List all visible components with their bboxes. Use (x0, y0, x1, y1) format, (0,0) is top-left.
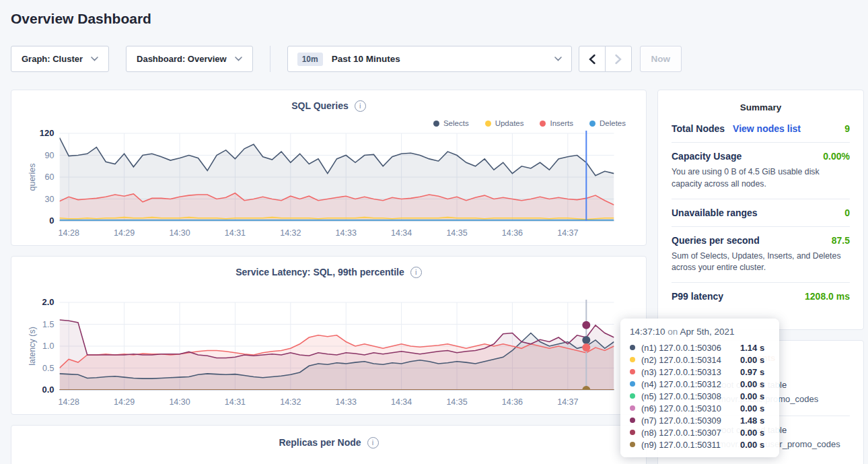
time-range-label: Past 10 Minutes (332, 54, 400, 64)
sql-chart-container: 14:2814:2914:3014:3114:3214:3314:3414:35… (22, 128, 635, 241)
tooltip-series-dot (630, 369, 635, 374)
tooltip-row: (n5) 127.0.0.1:503080.00 s (630, 390, 770, 402)
tooltip-node-label: (n2) 127.0.0.1:50314 (641, 355, 740, 365)
legend-label: Updates (495, 119, 524, 127)
svg-text:14:30: 14:30 (169, 228, 190, 238)
overview-dashboard-page: { "page": { "title": "Overview Dashboard… (0, 0, 868, 464)
svg-text:14:37: 14:37 (557, 228, 578, 238)
tooltip-connector: on (667, 327, 678, 337)
p99-latency-label: P99 latency (672, 291, 723, 302)
summary-title: Summary (672, 102, 850, 112)
svg-text:14:35: 14:35 (446, 397, 467, 407)
summary-panel: Summary Total Nodes View nodes list 9 Ca… (657, 90, 864, 330)
legend-label: Selects (443, 119, 469, 127)
dashboard-dropdown[interactable]: Dashboard: Overview (126, 46, 253, 72)
info-icon[interactable]: i (355, 100, 366, 112)
chart-title-text: Replicas per Node (279, 437, 361, 448)
summary-row-capacity: Capacity Usage 0.00% You are using 0 B o… (672, 143, 850, 199)
summary-row-qps: Queries per second 87.5 Sum of Selects, … (672, 227, 850, 284)
summary-row-total-nodes: Total Nodes View nodes list 9 (672, 115, 850, 143)
sql-queries-card: SQL Queries i SelectsUpdatesInsertsDelet… (11, 90, 647, 246)
tooltip-node-label: (n6) 127.0.0.1:50310 (641, 403, 740, 413)
service-latency-card: Service Latency: SQL, 99th percentile i … (11, 256, 647, 415)
legend-label: Inserts (550, 119, 573, 127)
svg-text:90: 90 (45, 151, 55, 160)
svg-text:14:28: 14:28 (59, 228, 79, 238)
chevron-down-icon (235, 57, 242, 61)
time-range-selector[interactable]: 10m Past 10 Minutes (287, 46, 572, 72)
tooltip-series-dot (630, 345, 635, 350)
svg-text:14:35: 14:35 (446, 228, 467, 238)
svg-text:60: 60 (45, 172, 55, 182)
tooltip-series-dot (630, 430, 635, 435)
svg-text:14:32: 14:32 (280, 397, 301, 407)
tooltip-node-value: 0.00 s (740, 440, 764, 450)
svg-text:14:31: 14:31 (225, 228, 246, 238)
service-latency-chart[interactable]: 14:2814:2914:3014:3114:3214:3314:3414:35… (22, 297, 635, 410)
legend-dot (433, 121, 439, 127)
svg-text:1.0: 1.0 (42, 341, 54, 351)
next-timeframe-button[interactable] (605, 46, 632, 72)
tooltip-node-value: 0.97 s (740, 367, 764, 377)
capacity-usage-label: Capacity Usage (672, 151, 742, 162)
charts-column: SQL Queries i SelectsUpdatesInsertsDelet… (11, 90, 647, 464)
tooltip-node-value: 0.00 s (740, 379, 764, 389)
svg-text:0: 0 (49, 216, 54, 226)
info-icon[interactable]: i (410, 267, 422, 278)
replicas-per-node-card: Replicas per Node i (11, 425, 647, 464)
sql-queries-chart[interactable]: 14:2814:2914:3014:3114:3214:3314:3414:35… (22, 128, 635, 241)
page-header: Overview Dashboard (0, 0, 868, 28)
svg-text:14:28: 14:28 (59, 397, 79, 407)
time-range-badge: 10m (297, 53, 323, 66)
legend-label: Deletes (600, 119, 626, 127)
svg-text:14:36: 14:36 (502, 228, 523, 238)
tooltip-row: (n1) 127.0.0.1:503061.14 s (630, 341, 770, 354)
legend-item-updates[interactable]: Updates (485, 119, 524, 128)
svg-text:14:33: 14:33 (336, 397, 357, 407)
total-nodes-value: 9 (844, 123, 850, 134)
graph-dropdown[interactable]: Graph: Cluster (11, 46, 109, 72)
dashboard-dropdown-label: Dashboard: Overview (137, 54, 227, 64)
tooltip-row: (n8) 127.0.0.1:503070.00 s (630, 426, 770, 438)
tooltip-node-label: (n5) 127.0.0.1:50308 (641, 391, 740, 401)
chevron-right-icon (614, 54, 622, 65)
latency-chart-container: 14:2814:2914:3014:3114:3214:3314:3414:35… (22, 297, 635, 410)
summary-row-p99-latency: P99 latency 1208.0 ms (672, 283, 850, 310)
svg-text:0.0: 0.0 (42, 385, 54, 395)
tooltip-header: 14:37:10 on Apr 5th, 2021 (630, 327, 770, 337)
legend-item-selects[interactable]: Selects (433, 119, 469, 128)
sql-queries-chart-title: SQL Queries i (22, 98, 635, 113)
svg-text:14:32: 14:32 (280, 228, 301, 238)
svg-text:14:36: 14:36 (502, 397, 523, 407)
now-button[interactable]: Now (640, 46, 682, 72)
svg-text:2.0: 2.0 (42, 297, 54, 307)
svg-text:14:34: 14:34 (391, 228, 412, 238)
tooltip-node-value: 0.00 s (740, 391, 764, 401)
qps-label: Queries per second (672, 235, 760, 246)
svg-text:14:30: 14:30 (169, 397, 190, 407)
tooltip-series-dot (630, 393, 635, 399)
legend-item-deletes[interactable]: Deletes (589, 119, 626, 128)
tooltip-row: (n4) 127.0.0.1:503120.00 s (630, 378, 770, 390)
tooltip-node-label: (n1) 127.0.0.1:50306 (641, 343, 740, 353)
svg-text:14:29: 14:29 (114, 397, 135, 407)
view-nodes-list-link[interactable]: View nodes list (733, 123, 801, 134)
tooltip-node-value: 1.14 s (740, 343, 764, 353)
unavailable-ranges-value: 0 (844, 207, 850, 218)
tooltip-series-dot (630, 405, 635, 411)
qps-description: Sum of Selects, Updates, Inserts, and De… (672, 251, 850, 275)
p99-latency-value: 1208.0 ms (805, 291, 850, 302)
info-icon[interactable]: i (367, 437, 379, 449)
tooltip-node-value: 1.48 s (740, 416, 764, 426)
tooltip-node-label: (n4) 127.0.0.1:50312 (641, 379, 740, 389)
legend-item-inserts[interactable]: Inserts (540, 119, 573, 128)
summary-row-unavailable-ranges: Unavailable ranges 0 (672, 199, 850, 227)
chevron-down-icon (91, 57, 98, 61)
chevron-left-icon (588, 54, 596, 65)
prev-timeframe-button[interactable] (579, 46, 606, 72)
tooltip-date: Apr 5th, 2021 (680, 327, 734, 337)
tooltip-node-label: (n8) 127.0.0.1:50307 (641, 428, 740, 438)
tooltip-row: (n2) 127.0.0.1:503140.00 s (630, 354, 770, 366)
service-latency-chart-title: Service Latency: SQL, 99th percentile i (22, 265, 635, 279)
tooltip-row: (n9) 127.0.0.1:503110.00 s (630, 438, 770, 451)
